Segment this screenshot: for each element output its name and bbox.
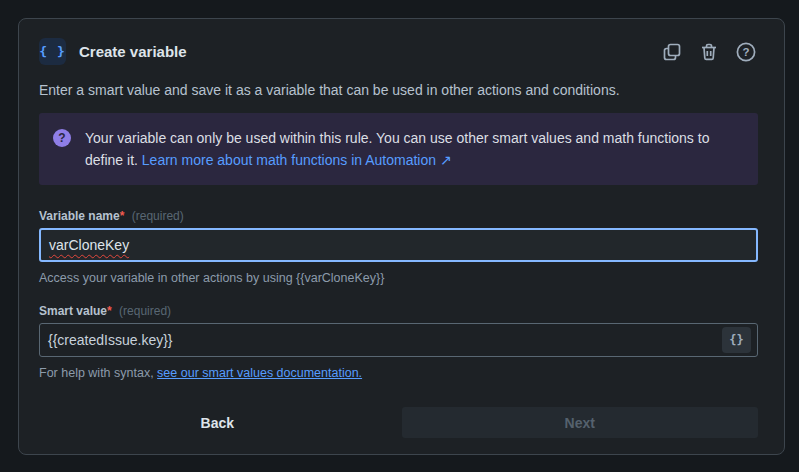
required-asterisk: * — [107, 304, 112, 318]
variable-name-label: Variable name — [39, 209, 120, 223]
help-icon: ? — [735, 41, 757, 63]
smart-value-value: {{createdIssue.key}} — [48, 332, 173, 348]
info-banner: ? Your variable can only be used within … — [39, 113, 758, 185]
braces-insert-icon: {} — [729, 333, 743, 347]
braces-icon: { } — [39, 38, 66, 65]
delete-button[interactable] — [697, 40, 721, 64]
next-button[interactable]: Next — [402, 407, 759, 438]
back-button[interactable]: Back — [39, 407, 396, 438]
insert-smart-value-button[interactable]: {} — [722, 327, 751, 353]
required-hint: (required) — [119, 304, 171, 318]
banner-text: Your variable can only be used within th… — [85, 127, 742, 171]
trash-icon — [699, 42, 719, 62]
smart-value-help: For help with syntax, see our smart valu… — [39, 366, 758, 380]
braces-icon-glyph: { } — [39, 44, 65, 59]
variable-name-input[interactable]: varCloneKey — [39, 228, 758, 262]
smart-value-help-prefix: For help with syntax, — [39, 366, 157, 380]
variable-name-label-row: Variable name* (required) — [39, 209, 758, 223]
variable-name-help: Access your variable in other actions by… — [39, 271, 758, 285]
create-variable-dialog: { } Create variable — [18, 18, 785, 455]
required-hint: (required) — [132, 209, 184, 223]
dialog-description: Enter a smart value and save it as a var… — [39, 82, 758, 98]
duplicate-button[interactable] — [660, 40, 684, 64]
smart-value-label: Smart value — [39, 304, 107, 318]
info-icon: ? — [53, 129, 71, 147]
smart-values-doc-link[interactable]: see our smart values documentation. — [157, 366, 362, 380]
header-actions: ? — [660, 40, 758, 64]
required-asterisk: * — [120, 209, 125, 223]
smart-value-label-row: Smart value* (required) — [39, 304, 758, 318]
smart-value-input[interactable]: {{createdIssue.key}} {} — [39, 323, 758, 357]
dialog-footer: Back Next — [39, 407, 758, 438]
duplicate-icon — [662, 42, 682, 62]
math-functions-link[interactable]: Learn more about math functions in Autom… — [142, 152, 452, 168]
page-title: Create variable — [79, 43, 660, 60]
info-icon-glyph: ? — [58, 131, 65, 145]
variable-name-value: varCloneKey — [49, 237, 129, 253]
svg-text:?: ? — [742, 46, 749, 58]
dialog-header: { } Create variable — [39, 38, 758, 65]
help-button[interactable]: ? — [734, 40, 758, 64]
